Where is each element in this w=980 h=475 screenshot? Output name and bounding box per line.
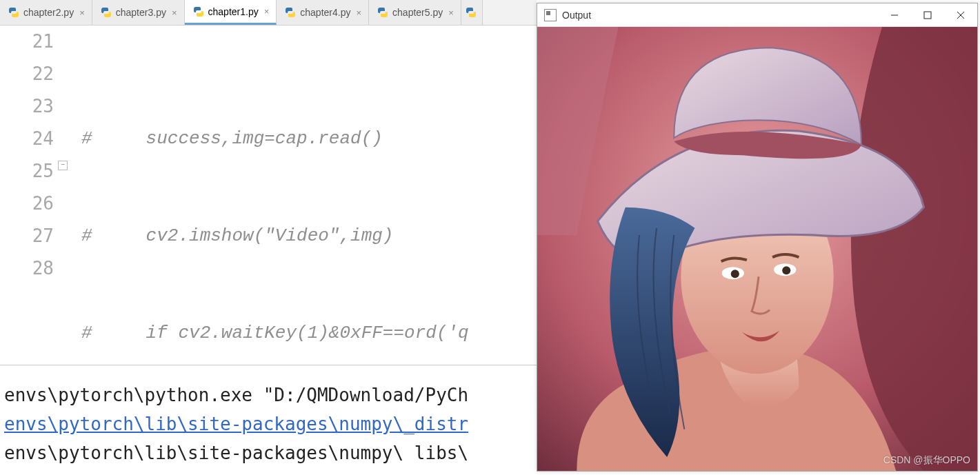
line-number: 25 xyxy=(0,155,54,188)
python-file-icon xyxy=(285,7,296,18)
fold-toggle-icon[interactable]: − xyxy=(58,161,68,170)
console-line: envs\pytorch\python.exe "D:/QMDownload/P… xyxy=(4,381,532,410)
tab-label: chapter2.py xyxy=(23,7,74,18)
python-file-icon xyxy=(8,7,19,18)
editor-tabs: chapter2.py × chapter3.py × chapter1.py … xyxy=(0,0,537,26)
line-number: 27 xyxy=(0,220,54,252)
line-number-gutter: 21 22 23 24 25 26 27 28 xyxy=(0,26,69,365)
tab-chapter2[interactable]: chapter2.py × xyxy=(0,0,92,25)
image-viewport: CSDN @振华OPPO xyxy=(537,27,977,471)
line-number: 28 xyxy=(0,252,54,285)
minimize-button[interactable] xyxy=(878,3,911,27)
opencv-output-window[interactable]: Output xyxy=(537,3,978,472)
maximize-button[interactable] xyxy=(911,3,944,27)
tab-chapter5[interactable]: chapter5.py × xyxy=(369,0,461,25)
tab-overflow[interactable] xyxy=(461,0,483,25)
window-title: Output xyxy=(562,10,878,21)
code-content[interactable]: − # success,img=cap.read() # cv2.imshow(… xyxy=(69,26,537,365)
tab-label: chapter5.py xyxy=(392,7,443,18)
svg-point-8 xyxy=(731,270,739,278)
close-icon[interactable]: × xyxy=(78,8,86,18)
line-number: 21 xyxy=(0,26,54,58)
python-file-icon xyxy=(193,6,204,17)
tab-chapter4[interactable]: chapter4.py × xyxy=(277,0,369,25)
close-icon[interactable]: × xyxy=(447,8,455,18)
close-button[interactable] xyxy=(944,3,977,27)
window-app-icon xyxy=(544,9,557,21)
line-number: 22 xyxy=(0,58,54,90)
python-file-icon xyxy=(466,7,477,18)
code-comment: # if cv2.waitKey(1)&0xFF==ord('q xyxy=(81,323,469,343)
svg-rect-1 xyxy=(924,12,931,19)
code-comment: # cv2.imshow("Video",img) xyxy=(81,225,393,246)
tab-chapter3[interactable]: chapter3.py × xyxy=(92,0,185,25)
ide-editor-area: chapter2.py × chapter3.py × chapter1.py … xyxy=(0,0,537,475)
tab-label: chapter4.py xyxy=(300,7,350,18)
lena-image xyxy=(537,27,977,471)
close-icon[interactable]: × xyxy=(170,8,179,18)
python-file-icon xyxy=(377,7,388,18)
line-number: 26 xyxy=(0,188,54,220)
close-icon[interactable]: × xyxy=(263,6,271,17)
window-titlebar[interactable]: Output xyxy=(537,3,977,27)
code-editor[interactable]: 21 22 23 24 25 26 27 28 − # success,img=… xyxy=(0,26,537,365)
tab-chapter1[interactable]: chapter1.py × xyxy=(185,0,277,25)
line-number: 24 xyxy=(0,123,54,155)
code-comment: # success,img=cap.read() xyxy=(81,128,383,149)
tab-label: chapter3.py xyxy=(116,7,166,18)
run-console[interactable]: envs\pytorch\python.exe "D:/QMDownload/P… xyxy=(0,365,537,475)
watermark-text: CSDN @振华OPPO xyxy=(883,454,970,467)
svg-point-9 xyxy=(782,266,790,274)
close-icon[interactable]: × xyxy=(354,8,363,18)
tab-label: chapter1.py xyxy=(208,6,259,17)
console-link[interactable]: envs\pytorch\lib\site-packages\numpy\_di… xyxy=(4,410,532,438)
console-line: envs\pytorch\lib\site-packages\numpy\ li… xyxy=(4,438,532,467)
python-file-icon xyxy=(101,7,112,18)
line-number: 23 xyxy=(0,90,54,123)
